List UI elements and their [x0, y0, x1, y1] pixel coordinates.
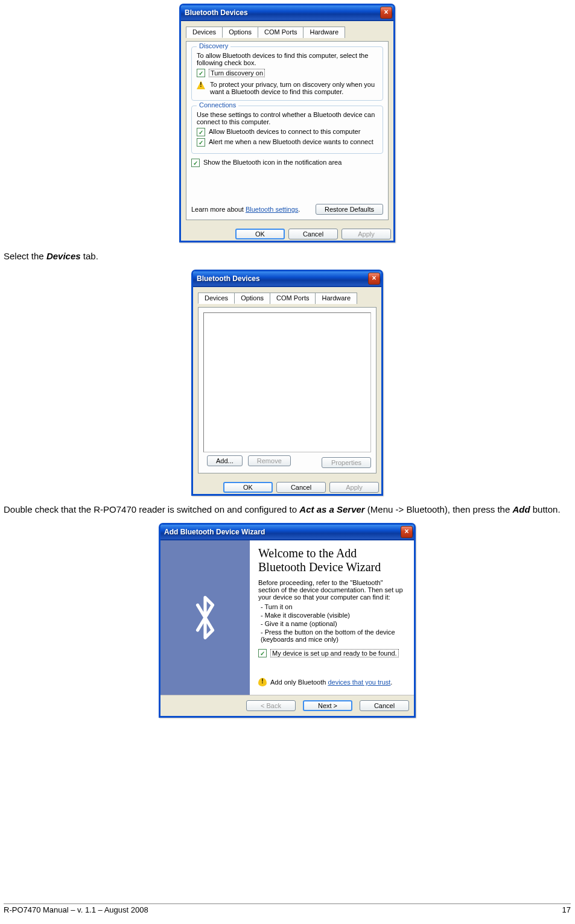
tab-devices[interactable]: Devices: [198, 293, 235, 304]
wizard-heading: Welcome to the Add Bluetooth Device Wiza…: [258, 546, 405, 574]
footer-version: R-PO7470 Manual – v. 1.1 – August 2008: [4, 905, 148, 914]
chk-discovery-label[interactable]: Turn discovery on: [209, 69, 265, 77]
wizard-intro: Before proceeding, refer to the "Bluetoo…: [258, 579, 405, 601]
apply-button: Apply: [329, 482, 379, 493]
bluetooth-icon: [175, 587, 235, 648]
cancel-button[interactable]: Cancel: [360, 700, 409, 711]
link-devices-trust[interactable]: devices that you trust: [328, 679, 390, 686]
wizard-step: Make it discoverable (visible): [261, 612, 405, 619]
tab-com-ports[interactable]: COM Ports: [270, 293, 316, 304]
tab-hardware[interactable]: Hardware: [303, 27, 345, 38]
tabs-win2: Devices Options COM Ports Hardware: [198, 292, 376, 303]
tab-options[interactable]: Options: [234, 293, 270, 304]
close-icon[interactable]: ×: [368, 273, 380, 285]
close-icon[interactable]: ×: [380, 7, 392, 19]
tab-hardware[interactable]: Hardware: [315, 293, 357, 304]
window-title: Add Bluetooth Device Wizard: [164, 528, 265, 536]
next-button[interactable]: Next >: [303, 700, 352, 711]
checkbox-icon[interactable]: ✓: [191, 159, 200, 167]
titlebar-wizard: Add Bluetooth Device Wizard ×: [160, 525, 414, 540]
checkbox-icon[interactable]: ✓: [197, 138, 205, 147]
instruction-add-device: Double check that the R-PO7470 reader is…: [4, 504, 571, 514]
warning-icon: [197, 81, 205, 89]
chk-allow-connect[interactable]: Allow Bluetooth devices to connect to th…: [209, 128, 360, 135]
wizard-step: Press the button on the bottom of the de…: [261, 628, 405, 643]
learn-more: Learn more about Bluetooth settings.: [191, 206, 300, 213]
chk-show-icon[interactable]: Show the Bluetooth icon in the notificat…: [203, 159, 342, 166]
bluetooth-logo-panel: [160, 540, 250, 695]
discovery-intro: To allow Bluetooth devices to find this …: [197, 52, 378, 66]
shield-icon: [258, 678, 267, 686]
tab-options[interactable]: Options: [222, 27, 258, 38]
titlebar-win2: Bluetooth Devices ×: [193, 271, 381, 287]
checkbox-icon[interactable]: ✓: [197, 128, 205, 136]
chk-device-ready[interactable]: My device is set up and ready to be foun…: [270, 649, 399, 657]
ok-button[interactable]: OK: [223, 482, 273, 493]
cancel-button[interactable]: Cancel: [276, 482, 326, 493]
instruction-select-devices: Select the Devices tab.: [4, 251, 571, 261]
properties-button: Properties: [322, 457, 371, 468]
link-bluetooth-settings[interactable]: Bluetooth settings: [246, 206, 298, 213]
add-button[interactable]: Add...: [207, 455, 243, 466]
connections-intro: Use these settings to control whether a …: [197, 111, 378, 125]
tabs-win1: Devices Options COM Ports Hardware: [186, 26, 389, 37]
wizard-step: Give it a name (optional): [261, 620, 405, 627]
window-title: Bluetooth Devices: [197, 274, 260, 283]
titlebar-win1: Bluetooth Devices ×: [181, 5, 393, 21]
wizard-steps: Turn it on Make it discoverable (visible…: [261, 603, 405, 643]
close-icon[interactable]: ×: [401, 526, 413, 538]
checkbox-icon[interactable]: ✓: [197, 69, 205, 77]
chk-alert-connect[interactable]: Alert me when a new Bluetooth device wan…: [209, 138, 373, 145]
wizard-step: Turn it on: [261, 603, 405, 610]
tab-devices[interactable]: Devices: [186, 27, 223, 38]
group-connections-legend: Connections: [197, 101, 238, 109]
restore-defaults-button[interactable]: Restore Defaults: [316, 204, 383, 215]
discovery-warning: To protect your privacy, turn on discove…: [210, 81, 378, 95]
cancel-button[interactable]: Cancel: [288, 229, 338, 239]
group-discovery-legend: Discovery: [197, 42, 230, 49]
apply-button: Apply: [342, 229, 391, 239]
ok-button[interactable]: OK: [235, 229, 285, 239]
remove-button: Remove: [248, 455, 291, 466]
trust-text: Add only Bluetooth devices that you trus…: [270, 679, 392, 686]
back-button: < Back: [246, 700, 296, 711]
footer-page-number: 17: [562, 905, 571, 914]
checkbox-icon[interactable]: ✓: [258, 649, 267, 657]
page-footer: R-PO7470 Manual – v. 1.1 – August 2008 1…: [4, 903, 571, 914]
window-title: Bluetooth Devices: [185, 8, 248, 17]
device-list[interactable]: [203, 312, 371, 452]
tab-com-ports[interactable]: COM Ports: [258, 27, 303, 38]
